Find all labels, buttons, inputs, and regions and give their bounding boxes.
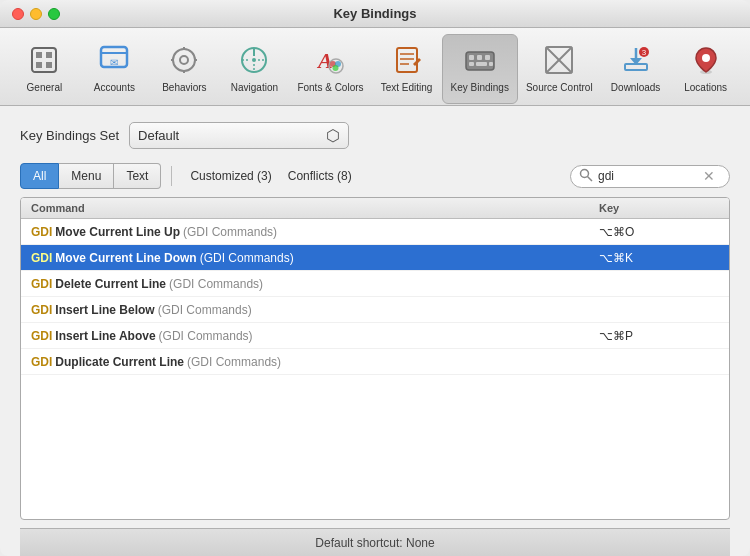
select-arrow-icon: ⬡ (326, 126, 340, 145)
cmd-text: Insert Line Below (55, 303, 154, 317)
command-cell: GDI Move Current Line Down (GDI Commands… (31, 251, 599, 265)
toolbar: General ✉ Accounts Behaviors Navigation … (0, 28, 750, 106)
search-box: ✕ (570, 165, 730, 188)
toolbar-item-downloads[interactable]: 3 Downloads (601, 34, 671, 104)
general-icon (26, 42, 62, 78)
svg-point-46 (702, 54, 710, 62)
cmd-text: Insert Line Above (55, 329, 155, 343)
table-row[interactable]: GDI Delete Current Line (GDI Commands) (21, 271, 729, 297)
text-editing-icon (389, 42, 425, 78)
svg-rect-34 (469, 62, 474, 66)
toolbar-item-accounts[interactable]: ✉ Accounts (79, 34, 149, 104)
cmd-prefix: GDI (31, 225, 52, 239)
search-icon (579, 168, 593, 185)
svg-rect-36 (489, 62, 493, 66)
svg-rect-3 (36, 62, 42, 68)
toolbar-item-key-bindings[interactable]: Key Bindings (442, 34, 518, 104)
svg-text:3: 3 (641, 48, 646, 57)
cmd-text: Delete Current Line (55, 277, 166, 291)
table-row[interactable]: GDI Insert Line Above (GDI Commands) ⌥⌘P (21, 323, 729, 349)
bindings-set-label: Key Bindings Set (20, 128, 119, 143)
source-control-label: Source Control (526, 82, 593, 93)
cmd-prefix: GDI (31, 277, 52, 291)
command-cell: GDI Duplicate Current Line (GDI Commands… (31, 355, 599, 369)
filter-bar: All Menu Text Customized (3) Conflicts (… (20, 163, 730, 189)
status-text: Default shortcut: None (315, 536, 434, 550)
svg-rect-4 (46, 62, 52, 68)
filter-tab-customized[interactable]: Customized (3) (182, 165, 279, 187)
command-cell: GDI Insert Line Below (GDI Commands) (31, 303, 599, 317)
toolbar-item-fonts-colors[interactable]: A Fonts & Colors (289, 34, 371, 104)
cmd-text: Duplicate Current Line (55, 355, 184, 369)
source-control-icon (541, 42, 577, 78)
results-table: Command Key GDI Move Current Line Up (GD… (20, 197, 730, 520)
bindings-set-value: Default (138, 128, 320, 143)
fonts-colors-icon: A (312, 42, 348, 78)
behaviors-label: Behaviors (162, 82, 206, 93)
window-title: Key Bindings (333, 6, 416, 21)
text-editing-label: Text Editing (381, 82, 433, 93)
toolbar-item-locations[interactable]: Locations (671, 34, 741, 104)
svg-line-48 (588, 176, 593, 181)
toolbar-item-general[interactable]: General (9, 34, 79, 104)
accounts-icon: ✉ (96, 42, 132, 78)
cmd-prefix: GDI (31, 355, 52, 369)
toolbar-item-navigation[interactable]: Navigation (219, 34, 289, 104)
status-bar: Default shortcut: None (20, 528, 730, 556)
filter-tab-menu[interactable]: Menu (59, 163, 114, 189)
bindings-set-row: Key Bindings Set Default ⬡ (20, 122, 730, 149)
svg-point-24 (333, 65, 339, 71)
key-bindings-icon (462, 42, 498, 78)
cmd-group: (GDI Commands) (158, 303, 252, 317)
bindings-set-select[interactable]: Default ⬡ (129, 122, 349, 149)
svg-rect-32 (477, 55, 482, 60)
svg-rect-0 (32, 48, 56, 72)
table-row[interactable]: GDI Move Current Line Up (GDI Commands) … (21, 219, 729, 245)
command-cell: GDI Insert Line Above (GDI Commands) (31, 329, 599, 343)
svg-rect-25 (397, 48, 417, 72)
content-area: Key Bindings Set Default ⬡ All Menu Text… (0, 106, 750, 556)
titlebar: Key Bindings (0, 0, 750, 28)
svg-point-9 (180, 56, 188, 64)
table-row[interactable]: GDI Insert Line Below (GDI Commands) (21, 297, 729, 323)
accounts-label: Accounts (94, 82, 135, 93)
command-cell: GDI Move Current Line Up (GDI Commands) (31, 225, 599, 239)
toolbar-item-text-editing[interactable]: Text Editing (372, 34, 442, 104)
cmd-group: (GDI Commands) (183, 225, 277, 239)
filter-tab-conflicts[interactable]: Conflicts (8) (280, 165, 360, 187)
cmd-prefix: GDI (31, 329, 52, 343)
general-label: General (27, 82, 63, 93)
maximize-button[interactable] (48, 8, 60, 20)
table-body: GDI Move Current Line Up (GDI Commands) … (21, 219, 729, 519)
svg-text:✉: ✉ (110, 57, 118, 68)
table-row[interactable]: GDI Duplicate Current Line (GDI Commands… (21, 349, 729, 375)
minimize-button[interactable] (30, 8, 42, 20)
toolbar-item-behaviors[interactable]: Behaviors (149, 34, 219, 104)
command-cell: GDI Delete Current Line (GDI Commands) (31, 277, 599, 291)
navigation-label: Navigation (231, 82, 278, 93)
filter-tab-text[interactable]: Text (114, 163, 161, 189)
downloads-label: Downloads (611, 82, 660, 93)
svg-point-15 (252, 58, 256, 62)
close-button[interactable] (12, 8, 24, 20)
search-input[interactable] (598, 169, 698, 183)
svg-rect-1 (36, 52, 42, 58)
locations-label: Locations (684, 82, 727, 93)
cmd-group: (GDI Commands) (200, 251, 294, 265)
behaviors-icon (166, 42, 202, 78)
cmd-group: (GDI Commands) (169, 277, 263, 291)
svg-rect-35 (476, 62, 487, 66)
table-row[interactable]: GDI Move Current Line Down (GDI Commands… (21, 245, 729, 271)
filter-tab-all[interactable]: All (20, 163, 59, 189)
key-cell: ⌥⌘P (599, 329, 719, 343)
toolbar-item-source-control[interactable]: Source Control (518, 34, 601, 104)
search-clear-button[interactable]: ✕ (703, 169, 715, 183)
svg-point-8 (173, 49, 195, 71)
cmd-group: (GDI Commands) (159, 329, 253, 343)
table-header: Command Key (21, 198, 729, 219)
locations-icon (688, 42, 724, 78)
cmd-group: (GDI Commands) (187, 355, 281, 369)
key-cell: ⌥⌘O (599, 225, 719, 239)
navigation-icon (236, 42, 272, 78)
cmd-prefix: GDI (31, 251, 52, 265)
